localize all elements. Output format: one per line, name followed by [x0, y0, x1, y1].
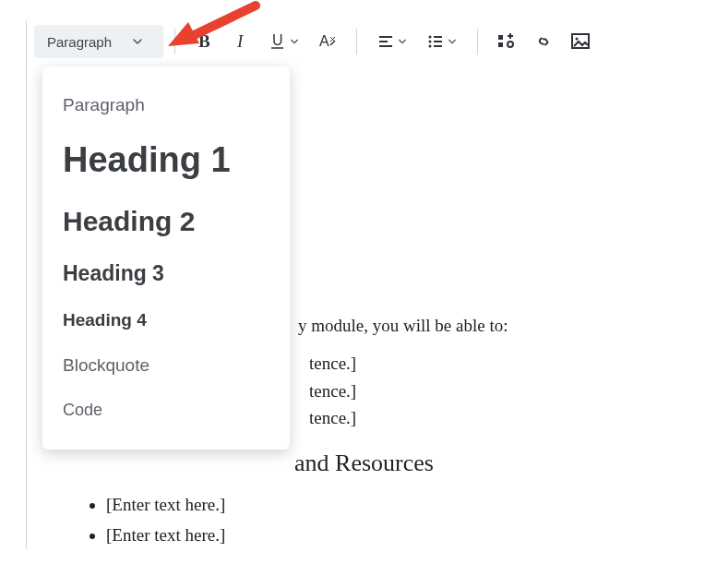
separator: [174, 29, 175, 54]
content-objective-fragment: tence.]: [309, 404, 690, 431]
list-button[interactable]: [418, 25, 466, 58]
image-button[interactable]: [563, 25, 598, 58]
svg-rect-15: [498, 35, 503, 40]
image-icon: [571, 33, 590, 50]
format-option-blockquote[interactable]: Blockquote: [42, 343, 290, 389]
content-objective-fragment: tence.]: [309, 350, 690, 377]
link-button[interactable]: [526, 25, 561, 58]
chevron-down-icon: [448, 37, 457, 46]
svg-point-17: [508, 42, 513, 47]
format-option-heading2[interactable]: Heading 2: [42, 193, 290, 249]
toolbar: Paragraph B I U A: [27, 20, 717, 63]
list-item[interactable]: [Enter text here.]: [106, 491, 690, 518]
content-intro-fragment: y module, you will be able to:: [298, 312, 690, 339]
format-select[interactable]: Paragraph: [34, 25, 163, 58]
bold-button[interactable]: B: [186, 25, 221, 58]
link-icon: [534, 32, 553, 51]
section-heading-fragment: and Resources: [294, 445, 690, 482]
svg-text:I: I: [236, 32, 245, 51]
italic-button[interactable]: I: [223, 25, 258, 58]
list-item[interactable]: [Enter text here.]: [106, 522, 690, 548]
separator: [477, 29, 478, 54]
svg-point-19: [576, 38, 579, 41]
chevron-down-icon: [290, 37, 299, 46]
separator: [356, 29, 357, 54]
clear-format-button[interactable]: A: [310, 25, 345, 58]
chevron-down-icon: [398, 37, 407, 46]
underline-button[interactable]: U: [260, 25, 308, 58]
bullet-list-icon: [427, 33, 444, 50]
format-dropdown: Paragraph Heading 1 Heading 2 Heading 3 …: [42, 66, 290, 450]
insert-icon: [497, 33, 516, 50]
svg-rect-16: [498, 42, 503, 47]
format-option-paragraph[interactable]: Paragraph: [42, 83, 290, 128]
svg-point-9: [429, 36, 432, 39]
format-option-heading1[interactable]: Heading 1: [42, 128, 290, 193]
align-left-icon: [377, 33, 394, 50]
format-option-heading4[interactable]: Heading 4: [42, 298, 290, 343]
insert-quiz-button[interactable]: [489, 25, 524, 58]
format-select-label: Paragraph: [47, 34, 112, 50]
format-option-code[interactable]: Code: [42, 389, 290, 433]
align-button[interactable]: [368, 25, 416, 58]
svg-text:A: A: [319, 33, 329, 49]
bullet-list: [Enter text here.] [Enter text here.]: [54, 491, 690, 549]
svg-text:B: B: [198, 32, 210, 51]
chevron-down-icon: [132, 36, 143, 47]
svg-point-13: [429, 45, 432, 48]
content-objective-fragment: tence.]: [309, 378, 690, 404]
format-option-heading3[interactable]: Heading 3: [42, 249, 290, 298]
svg-point-11: [429, 41, 432, 43]
svg-text:U: U: [272, 32, 283, 48]
